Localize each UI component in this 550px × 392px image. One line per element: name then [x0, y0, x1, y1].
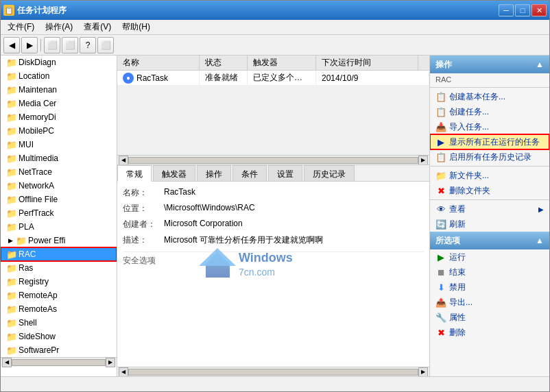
tab-action[interactable]: 操作 — [197, 165, 231, 181]
action-label-create: 创建任务... — [449, 106, 489, 118]
expand-icon[interactable]: ▶ — [6, 236, 14, 245]
action-run[interactable]: ▶ 运行 — [430, 249, 549, 265]
tree-item-offlinefile[interactable]: 📁 Offline File — [1, 193, 117, 206]
forward-button[interactable]: ▶ — [21, 37, 38, 53]
tree-item-powereffi[interactable]: ▶ 📁 Power Effi — [1, 234, 117, 247]
delete-icon: ✖ — [435, 327, 446, 338]
folder-icon: 📁 — [6, 277, 17, 287]
folder-icon: 📁 — [6, 181, 17, 191]
action-properties[interactable]: 🔧 属性 — [430, 310, 549, 325]
tree-scroll-bar[interactable]: ◀ ▶ — [1, 357, 117, 367]
view-arrow-icon: ▶ — [538, 206, 544, 213]
show-hide-button[interactable]: ⬜ — [44, 37, 60, 53]
detail-scroll-bar[interactable]: ◀ ▶ — [117, 367, 429, 376]
app-icon: 📋 — [3, 5, 14, 16]
title-bar-left: 📋 任务计划程序 — [3, 5, 67, 16]
tree-item-networka[interactable]: 📁 NetworkA — [1, 179, 117, 193]
folder-icon: 📁 — [6, 318, 17, 328]
tab-condition[interactable]: 条件 — [232, 165, 267, 181]
tree-item-sideshow[interactable]: 📁 SideShow — [1, 330, 117, 343]
tree-item-ras[interactable]: 📁 Ras — [1, 261, 117, 275]
tree-label: Maintenan — [19, 85, 57, 95]
tree-item-memorydi[interactable]: 📁 MemoryDi — [1, 110, 117, 124]
menu-view[interactable]: 查看(V) — [80, 20, 115, 34]
tree-item-pla[interactable]: 📁 PLA — [1, 220, 117, 234]
menu-help[interactable]: 帮助(H) — [118, 20, 154, 34]
detail-scroll-left[interactable]: ◀ — [119, 367, 128, 377]
delete-folder-icon: ✖ — [435, 185, 446, 196]
tree-item-shell[interactable]: 📁 Shell — [1, 316, 117, 330]
detail-scroll-track — [128, 369, 418, 376]
task-scroll-bar[interactable]: ◀ ▶ — [117, 155, 429, 164]
action-divider3 — [430, 199, 549, 200]
action-import[interactable]: 📥 导入任务... — [430, 119, 549, 134]
tree-item-maintenan[interactable]: 📁 Maintenan — [1, 83, 117, 97]
enable-history-icon: 📋 — [435, 151, 446, 162]
action-create[interactable]: 📋 创建任务... — [430, 104, 549, 119]
action-new-folder[interactable]: 📁 新文件夹... — [430, 168, 549, 183]
action-enable-history[interactable]: 📋 启用所有任务历史记录 — [430, 149, 549, 164]
tree-label: RAC — [19, 249, 36, 259]
tab-trigger[interactable]: 触发器 — [153, 165, 195, 181]
task-cell-trigger: 已定义多个触发器 — [248, 71, 316, 85]
action-refresh[interactable]: 🔄 刷新 — [430, 217, 549, 232]
back-button[interactable]: ◀ — [3, 37, 20, 53]
action-show-running[interactable]: ▶ 显示所有正在运行的任务 — [430, 134, 549, 149]
tree-item-nettrace[interactable]: 📁 NetTrace — [1, 165, 117, 179]
tree-item-location[interactable]: 📁 Location — [1, 69, 117, 83]
tree-item-perftrack[interactable]: 📁 PerfTrack — [1, 206, 117, 220]
close-button[interactable]: ✕ — [531, 4, 547, 16]
task-row[interactable]: ● RacTask 准备就绪 已定义多个触发器 2014/10/9 — [117, 71, 429, 86]
tree-item-registry[interactable]: 📁 Registry — [1, 275, 117, 289]
task-header: 名称 状态 触发器 下次运行时间 — [117, 56, 429, 71]
task-status-icon: ● — [123, 73, 134, 84]
minimize-button[interactable]: ─ — [499, 4, 514, 16]
tree-item-remoteap[interactable]: 📁 RemoteAp — [1, 289, 117, 302]
tree-label: MemoryDi — [19, 112, 56, 122]
task-list-scroll[interactable]: ● RacTask 准备就绪 已定义多个触发器 2014/10/9 — [117, 71, 429, 155]
tree-label: Location — [19, 71, 49, 81]
tree-label: Offline File — [19, 195, 58, 204]
tab-settings[interactable]: 设置 — [268, 165, 302, 181]
view-icon: 👁 — [435, 204, 446, 215]
tab-general[interactable]: 常规 — [117, 165, 152, 182]
detail-value-name: RacTask — [164, 187, 424, 199]
folder-icon: 📁 — [6, 140, 17, 150]
tree-item-remoteas[interactable]: 📁 RemoteAs — [1, 302, 117, 316]
task-scroll-left[interactable]: ◀ — [119, 156, 128, 165]
tree-item-softwarepr[interactable]: 📁 SoftwarePr — [1, 343, 117, 357]
tree-item-mediacenter[interactable]: 📁 Media Cer — [1, 97, 117, 110]
help-button[interactable]: ? — [80, 37, 96, 53]
tree-item-multimedia[interactable]: 📁 Multimedia — [1, 151, 117, 165]
properties-icon: 🔧 — [435, 312, 446, 323]
action-disable[interactable]: ⬇ 禁用 — [430, 280, 549, 295]
action-export[interactable]: 📤 导出... — [430, 295, 549, 310]
scroll-right-button[interactable]: ▶ — [106, 358, 115, 367]
detail-scroll-right[interactable]: ▶ — [418, 367, 428, 377]
action-section-header-actions[interactable]: 操作 ▲ — [430, 56, 549, 73]
tree-item-mui[interactable]: 📁 MUI — [1, 138, 117, 151]
action-create-basic[interactable]: 📋 创建基本任务... — [430, 89, 549, 104]
action-section-header-selected[interactable]: 所选项 ▲ — [430, 232, 549, 249]
task-cell-name: ● RacTask — [117, 71, 200, 85]
task-scroll-right[interactable]: ▶ — [418, 156, 428, 165]
action-label-delete-folder: 删除文件夹 — [449, 185, 490, 197]
menu-file[interactable]: 文件(F) — [3, 20, 38, 34]
toolbar: ◀ ▶ ⬜ ⬜ ? ⬜ — [1, 35, 549, 56]
action-view[interactable]: 👁 查看 ▶ — [430, 201, 549, 217]
tree-item-diskdiagn[interactable]: 📁 DiskDiagn — [1, 56, 117, 69]
extra-button[interactable]: ⬜ — [97, 37, 114, 53]
action-label-create-basic: 创建基本任务... — [449, 91, 505, 103]
task-name: RacTask — [136, 73, 168, 83]
refresh-button[interactable]: ⬜ — [62, 37, 78, 53]
action-end[interactable]: ⏹ 结束 — [430, 265, 549, 280]
tab-history[interactable]: 历史记录 — [304, 165, 355, 181]
maximize-button[interactable]: □ — [515, 4, 530, 16]
action-delete-folder[interactable]: ✖ 删除文件夹 — [430, 183, 549, 198]
tree-item-rac[interactable]: 📁 RAC — [1, 247, 117, 261]
menu-action[interactable]: 操作(A) — [41, 20, 77, 34]
scroll-left-button[interactable]: ◀ — [2, 358, 12, 367]
tree-item-mobilepc[interactable]: 📁 MobilePC — [1, 124, 117, 138]
folder-icon: 📁 — [6, 58, 17, 68]
action-delete[interactable]: ✖ 删除 — [430, 325, 549, 340]
